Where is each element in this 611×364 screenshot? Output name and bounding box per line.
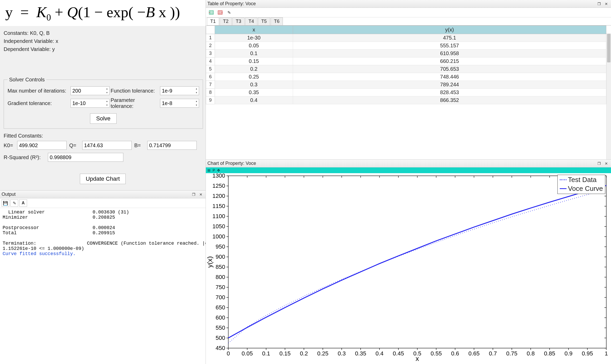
table-row[interactable]: 80.35828.453 xyxy=(206,89,606,96)
param-tol-label: Parameter tolerance: xyxy=(111,97,159,109)
independent-line: Independent Variable: x xyxy=(4,37,202,45)
func-tol-spinner[interactable]: ▲▼ xyxy=(194,87,199,95)
svg-text:750: 750 xyxy=(215,284,225,290)
save-icon[interactable]: 💾 xyxy=(2,199,9,207)
tab-t4[interactable]: T4 xyxy=(245,17,257,25)
svg-text:0: 0 xyxy=(227,350,230,357)
b-label: B= xyxy=(134,142,145,148)
grad-tol-input[interactable] xyxy=(71,99,110,108)
tab-t6[interactable]: T6 xyxy=(271,17,283,25)
chart-toolstrip: ⊞ P ✥ xyxy=(206,167,611,173)
table-row[interactable]: 40.15660.215 xyxy=(206,57,606,65)
tab-t1[interactable]: T1 xyxy=(207,17,219,25)
svg-text:0.05: 0.05 xyxy=(242,350,253,357)
svg-text:0.1: 0.1 xyxy=(262,350,270,357)
table-row[interactable]: 20.05555.157 xyxy=(206,42,606,50)
constants-line: Constants: K0, Q, B xyxy=(4,29,202,37)
svg-text:950: 950 xyxy=(215,243,225,250)
legend-voce-label: Voce Curve xyxy=(568,184,603,193)
svg-text:x: x xyxy=(416,355,419,362)
svg-text:1100: 1100 xyxy=(212,213,225,219)
table-row[interactable]: 70.3789.244 xyxy=(206,81,606,89)
param-tol-input[interactable] xyxy=(160,99,199,108)
tab-t3[interactable]: T3 xyxy=(232,17,245,25)
table-row[interactable]: 50.2705.653 xyxy=(206,65,606,73)
col-y-header[interactable]: y(x) xyxy=(293,26,606,34)
chart-close-icon[interactable]: ✕ xyxy=(603,161,609,166)
font-icon[interactable]: A xyxy=(19,199,27,207)
max-iter-spinner[interactable]: ▲▼ xyxy=(105,87,109,95)
svg-text:0.65: 0.65 xyxy=(468,350,480,357)
svg-text:0.25: 0.25 xyxy=(317,350,328,357)
output-title: Output xyxy=(2,192,189,197)
svg-text:0.9: 0.9 xyxy=(564,350,572,357)
tab-t2[interactable]: T2 xyxy=(220,17,232,25)
chart-area[interactable]: 4505005506006507007508008509009501000105… xyxy=(206,173,611,364)
svg-text:550: 550 xyxy=(215,324,225,331)
q-label: Q= xyxy=(69,142,80,148)
chart-tool-pick-icon[interactable]: ⊞ xyxy=(207,168,211,172)
legend-testdata-label: Test Data xyxy=(568,176,597,184)
col-x-header[interactable]: x xyxy=(215,26,293,34)
table-row[interactable]: 30.1610.958 xyxy=(206,50,606,57)
output-panel: Output ❐ ✕ 💾 ✎ A Linear solver 0.003630 … xyxy=(0,190,206,364)
b-input[interactable] xyxy=(147,141,197,150)
table-close-icon[interactable]: ✕ xyxy=(603,1,609,7)
svg-text:y(x): y(x) xyxy=(206,256,214,268)
chart-tool-label: P xyxy=(213,168,215,172)
output-undock-icon[interactable]: ❐ xyxy=(190,192,197,197)
table-title: Table of Property: Voce xyxy=(207,1,595,6)
data-grid[interactable]: x y(x) 11e-30475.120.05555.15730.1610.95… xyxy=(206,25,611,159)
fitted-header: Fitted Constants: xyxy=(4,133,202,139)
chart-panel: Chart of Property: Voce ❐ ✕ ⊞ P ✥ 450500… xyxy=(206,159,611,364)
svg-text:700: 700 xyxy=(215,294,225,301)
table-panel: Table of Property: Voce ❐ ✕ ✎ T1T2T3T4T5… xyxy=(206,0,611,159)
chart-legend: Test Data Voce Curve xyxy=(557,175,605,194)
svg-text:900: 900 xyxy=(215,254,225,260)
table-scrollbar[interactable] xyxy=(606,33,611,159)
grad-tol-spinner[interactable]: ▲▼ xyxy=(105,99,109,107)
svg-text:1000: 1000 xyxy=(212,233,225,240)
max-iter-input[interactable] xyxy=(71,86,110,95)
chart-title: Chart of Property: Voce xyxy=(207,161,595,166)
svg-text:0.85: 0.85 xyxy=(544,350,555,357)
chart-tool-pan-icon[interactable]: ✥ xyxy=(217,168,220,172)
k0-input[interactable] xyxy=(17,141,67,150)
tab-t5[interactable]: T5 xyxy=(258,17,270,25)
table-export-icon[interactable] xyxy=(216,9,224,16)
q-input[interactable] xyxy=(82,141,132,150)
svg-text:450: 450 xyxy=(215,345,225,351)
table-tabstrip: T1T2T3T4T5T6 xyxy=(207,17,611,25)
clear-icon[interactable]: ✎ xyxy=(10,199,18,207)
legend-voce-icon xyxy=(560,188,567,189)
svg-text:600: 600 xyxy=(215,314,225,321)
table-row[interactable]: 11e-30475.1 xyxy=(206,34,606,42)
svg-text:850: 850 xyxy=(215,264,225,270)
table-row[interactable]: 60.25748.446 xyxy=(206,73,606,81)
chart-undock-icon[interactable]: ❐ xyxy=(596,161,602,166)
svg-text:1200: 1200 xyxy=(212,193,225,199)
k0-label: K0= xyxy=(4,142,15,148)
table-row[interactable]: 90.4866.352 xyxy=(206,96,606,104)
update-chart-button[interactable]: Update Chart xyxy=(80,174,126,184)
output-close-icon[interactable]: ✕ xyxy=(198,192,204,197)
param-tol-spinner[interactable]: ▲▼ xyxy=(194,99,199,107)
svg-text:0.45: 0.45 xyxy=(393,350,404,357)
equation-display: y = K0 + Q(1 − exp( −B x )) xyxy=(0,0,206,26)
svg-text:1300: 1300 xyxy=(212,173,225,179)
svg-text:1: 1 xyxy=(605,350,608,357)
svg-text:0.7: 0.7 xyxy=(489,350,497,357)
table-import-icon[interactable] xyxy=(207,9,215,16)
solve-button[interactable]: Solve xyxy=(90,113,116,124)
svg-text:500: 500 xyxy=(215,335,225,341)
table-chart-icon[interactable]: ✎ xyxy=(225,9,233,16)
func-tol-input[interactable] xyxy=(160,86,199,95)
svg-text:0.8: 0.8 xyxy=(527,350,535,357)
rsq-input[interactable] xyxy=(48,153,123,162)
svg-text:0.35: 0.35 xyxy=(355,350,366,357)
solver-legend: Solver Controls xyxy=(8,77,46,83)
svg-rect-0 xyxy=(209,11,213,14)
table-undock-icon[interactable]: ❐ xyxy=(596,1,602,7)
output-log[interactable]: Linear solver 0.003630 (31) Minimizer 0.… xyxy=(0,208,206,364)
svg-rect-2 xyxy=(228,176,606,348)
